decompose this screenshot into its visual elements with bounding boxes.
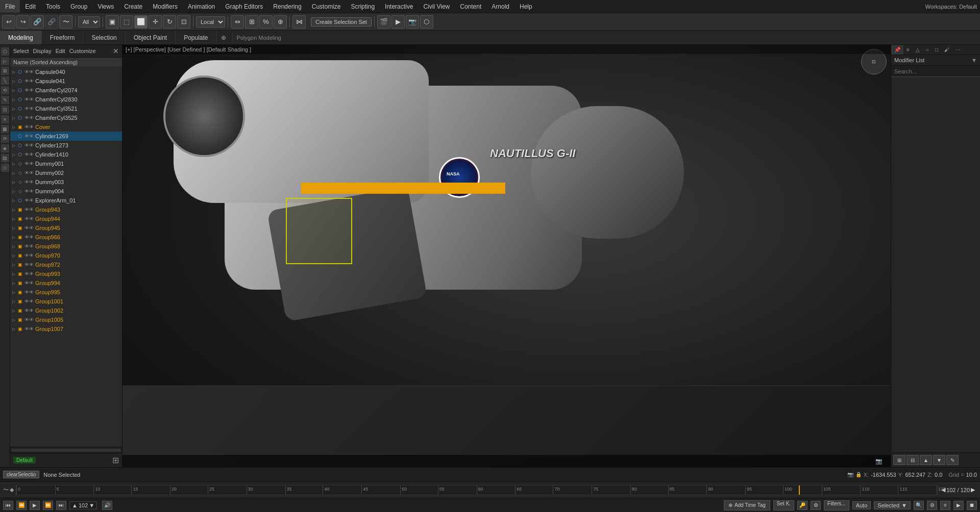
key-options-btn[interactable]: ⚙ — [927, 501, 937, 510]
next-key-btn[interactable]: ⏩ — [43, 501, 53, 510]
modifier-list-expand[interactable]: ▼ — [971, 57, 977, 63]
key-icon[interactable]: ◆ — [10, 487, 14, 493]
rect-select-button[interactable]: ⬜ — [134, 15, 148, 29]
coord-select[interactable]: Local — [196, 16, 225, 28]
undo-button[interactable]: ↩ — [2, 15, 15, 29]
left-tool-9[interactable]: ▦ — [1, 125, 9, 133]
menu-interactive[interactable]: Interactive — [380, 0, 418, 13]
scene-edit-tab[interactable]: Edit — [56, 48, 65, 54]
link-button[interactable]: 🔗 — [31, 15, 44, 29]
curve-icon[interactable]: 〜 — [3, 486, 9, 494]
key-filter-btn[interactable]: ⚙ — [811, 501, 821, 510]
left-tool-11[interactable]: ◈ — [1, 144, 9, 152]
layer-options-icon[interactable]: ⊞ — [112, 455, 119, 465]
key-mode-btn[interactable]: 🔑 — [797, 501, 807, 510]
frame-up-btn[interactable]: ▲ — [72, 502, 78, 508]
menu-animation[interactable]: Animation — [183, 0, 220, 13]
menu-modifiers[interactable]: Modifiers — [148, 0, 183, 13]
bone-button[interactable]: ⋈ — [292, 15, 306, 29]
tab-modeling[interactable]: Modeling — [0, 31, 42, 44]
scene-sort-header[interactable]: Name (Sorted Ascending) — [10, 58, 122, 67]
scene-list-item[interactable]: ▷▣👁👁Group1002 — [10, 306, 122, 315]
right-tab-pin[interactable]: 📌 — [891, 45, 903, 55]
set-key-button[interactable]: Set K. — [773, 500, 794, 510]
modifier-search-input[interactable] — [891, 66, 980, 77]
scene-list-item[interactable]: ▷▣👁👁Group1005 — [10, 315, 122, 324]
tab-freeform[interactable]: Freeform — [42, 31, 84, 44]
scene-list-item[interactable]: ▷⬡👁👁Cylinder1410 — [10, 150, 122, 159]
key-extra-btn[interactable]: ≡ — [940, 501, 950, 510]
tab-object-paint[interactable]: Object Paint — [126, 31, 176, 44]
left-tool-10[interactable]: ⟳ — [1, 135, 9, 143]
scene-list-item[interactable]: ▷▣👁👁Group972 — [10, 260, 122, 269]
scene-list-item[interactable]: ▷⬡👁👁Capsule041 — [10, 76, 122, 86]
menu-tools[interactable]: Tools — [41, 0, 65, 13]
rp-btn-1[interactable]: ⊞ — [893, 455, 905, 465]
time-cursor[interactable] — [799, 485, 800, 495]
scene-list-item[interactable]: ▷◇👁👁Dummy003 — [10, 177, 122, 187]
select-object-button[interactable]: ▣ — [106, 15, 119, 29]
left-tool-2[interactable]: ▷ — [1, 57, 9, 65]
left-tool-5[interactable]: ⟲ — [1, 86, 9, 94]
scene-list-item[interactable]: ▷◇👁👁Dummy001 — [10, 159, 122, 168]
scene-list-item[interactable]: ▷▣👁👁Group966 — [10, 233, 122, 242]
rp-btn-4[interactable]: ▼ — [933, 455, 945, 465]
scene-list-item[interactable]: ▷⬡👁👁ChamferCyl3525 — [10, 113, 122, 122]
menu-civil-view[interactable]: Civil View — [418, 0, 455, 13]
scene-list-item[interactable]: ⬡👁👁Cylinder1269 — [10, 132, 122, 141]
scene-list-item[interactable]: ▷⬡👁👁Capsule040 — [10, 67, 122, 76]
left-tool-7[interactable]: ⊡ — [1, 106, 9, 114]
scene-list-item[interactable]: ▷▣👁👁Group995 — [10, 288, 122, 297]
auto-key-btn[interactable]: Auto — [852, 501, 871, 509]
scene-list-item[interactable]: ▷▣👁👁Group1007 — [10, 324, 122, 334]
sound-toggle-btn[interactable]: 🔊 — [102, 501, 112, 510]
prev-key-btn[interactable]: ⏪ — [16, 501, 27, 510]
scene-list-item[interactable]: ▷▣👁👁Group968 — [10, 242, 122, 251]
render-scene-button[interactable]: 🎬 — [377, 15, 390, 29]
left-tool-4[interactable]: ╲ — [1, 76, 9, 85]
menu-group[interactable]: Group — [65, 0, 92, 13]
menu-rendering[interactable]: Rendering — [268, 0, 306, 13]
left-tool-8[interactable]: ≡ — [1, 115, 9, 123]
left-tool-13[interactable]: ◇ — [1, 164, 9, 172]
play-fwd-btn[interactable]: ▶ — [953, 501, 964, 510]
scene-close-button[interactable]: ✕ — [113, 47, 119, 55]
frame-down-btn[interactable]: ▼ — [89, 502, 94, 508]
menu-content[interactable]: Content — [455, 0, 486, 13]
rp-btn-3[interactable]: ▲ — [920, 455, 932, 465]
menu-graph-editors[interactable]: Graph Editors — [220, 0, 268, 13]
timeline-ruler[interactable]: 0 5 10 15 20 25 30 35 40 45 50 55 60 65 … — [16, 485, 937, 495]
right-tab-tri[interactable]: △ — [913, 45, 923, 55]
filters-button[interactable]: Filters... — [824, 500, 849, 510]
menu-arnold[interactable]: Arnold — [486, 0, 514, 13]
scale-button[interactable]: ⊡ — [177, 15, 190, 29]
unlink-button[interactable]: 🔗 — [45, 15, 58, 29]
vp-cam-icon[interactable]: 📷 — [875, 458, 883, 464]
right-tab-dots[interactable]: ⋯ — [952, 45, 964, 55]
add-time-tag-button[interactable]: ⊕ Add Time Tag — [724, 500, 770, 510]
scene-display-tab[interactable]: Display — [33, 48, 52, 54]
percent-button[interactable]: % — [259, 15, 273, 29]
menu-edit[interactable]: Edit — [20, 0, 41, 13]
menu-views[interactable]: Views — [92, 0, 119, 13]
left-tool-3[interactable]: ⊞ — [1, 67, 9, 75]
scene-list-item[interactable]: ▷⬡👁👁ChamferCyl2074 — [10, 86, 122, 95]
scene-list-item[interactable]: ▷◇👁👁Dummy004 — [10, 187, 122, 196]
go-to-end-btn[interactable]: ⏭ — [56, 501, 66, 510]
move-button[interactable]: ✛ — [149, 15, 162, 29]
go-to-start-btn[interactable]: ⏮ — [3, 501, 13, 510]
left-tool-6[interactable]: ✎ — [1, 96, 9, 104]
rp-btn-5[interactable]: ✎ — [946, 455, 959, 465]
scene-list-item[interactable]: ▷◇👁👁Dummy002 — [10, 168, 122, 177]
menu-create[interactable]: Create — [119, 0, 148, 13]
right-tab-paint[interactable]: 🖌 — [941, 45, 952, 55]
menu-file[interactable]: File — [0, 0, 20, 13]
search-key-btn[interactable]: 🔍 — [914, 501, 924, 510]
play-btn[interactable]: ▶ — [30, 501, 40, 510]
render-frame-button[interactable]: 📷 — [406, 15, 419, 29]
scene-list-item[interactable]: ▷⬡👁👁Cylinder1273 — [10, 141, 122, 150]
scene-list-item[interactable]: ▷⬡👁👁ChamferCyl3521 — [10, 104, 122, 113]
snap-button[interactable]: ⊕ — [274, 15, 287, 29]
tab-selection[interactable]: Selection — [83, 31, 125, 44]
menu-help[interactable]: Help — [514, 0, 537, 13]
